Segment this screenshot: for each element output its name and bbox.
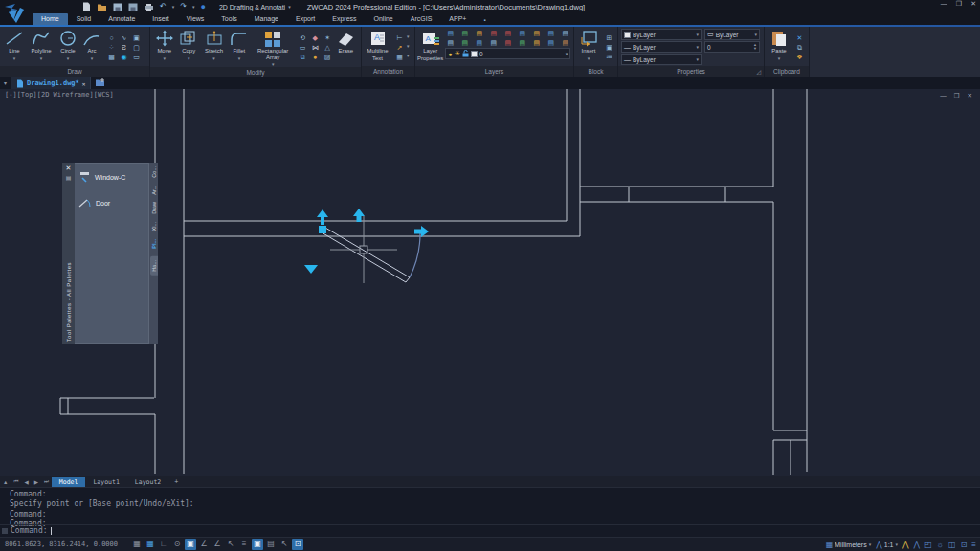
wipeout-icon[interactable]: ▢ xyxy=(131,43,142,52)
layer-tool-icon[interactable]: ▤ xyxy=(445,29,456,37)
arc-caret-icon[interactable]: ▾ xyxy=(91,55,94,61)
undo-icon[interactable]: ↶ xyxy=(160,0,167,13)
plot-icon[interactable] xyxy=(144,3,154,11)
redo-caret-icon[interactable]: ▾ xyxy=(192,4,195,10)
scale-icon[interactable]: △ xyxy=(323,43,333,52)
layer-unlock-icon[interactable] xyxy=(462,50,469,57)
quick-properties-toggle[interactable]: ▤ xyxy=(265,539,277,550)
donut-icon[interactable]: ◉ xyxy=(119,53,129,61)
isolate-objects-icon[interactable]: ◫ xyxy=(948,540,956,549)
layer-tool-icon[interactable]: ▤ xyxy=(517,29,527,37)
window-close-icon[interactable]: ✕ xyxy=(970,0,976,8)
revcloud-icon[interactable]: Ƨ xyxy=(119,43,129,52)
tab-tools[interactable]: Tools xyxy=(212,13,245,25)
base-grip[interactable] xyxy=(319,226,326,233)
plotstyle-dropdown[interactable]: ▭ ByLayer ▾ xyxy=(704,29,760,40)
save-as-icon[interactable] xyxy=(128,3,138,11)
annotation-autoscale-icon[interactable]: ⋀ xyxy=(914,540,921,549)
layer-tool-icon[interactable]: ▤ xyxy=(517,38,527,47)
workspace-switcher[interactable]: 2D Drafting & Annotati ▾ xyxy=(215,4,295,11)
command-input-row[interactable]: Command: xyxy=(0,524,980,536)
palette-tab-co[interactable]: Co... xyxy=(151,166,157,178)
object-color-dropdown[interactable]: ByLayer ▾ xyxy=(621,29,702,40)
tab-export[interactable]: Export xyxy=(287,13,323,25)
point-icon[interactable]: ⁘ xyxy=(106,43,117,52)
explode-icon[interactable]: ✶ xyxy=(323,33,333,42)
workspace-icon[interactable]: ◰ xyxy=(924,540,932,549)
next-tab-icon[interactable]: ▶ xyxy=(32,479,41,485)
cut-icon[interactable]: ✕ xyxy=(794,33,805,42)
tab-manage[interactable]: Manage xyxy=(246,13,287,25)
layer-dropdown-caret-icon[interactable]: ▾ xyxy=(566,51,568,56)
leader-icon[interactable]: ↗ xyxy=(394,43,405,52)
layer-tool-icon[interactable]: ▤ xyxy=(445,38,456,47)
rotate-icon[interactable]: ⟲ xyxy=(298,33,308,42)
tab-insert[interactable]: Insert xyxy=(144,13,178,25)
dynamic-input-toggle[interactable]: ▣ xyxy=(252,539,263,550)
drawing-canvas[interactable]: [-][Top][2D Wireframe][WCS] — ❐ ✕ xyxy=(0,89,980,476)
region-icon[interactable]: ▣ xyxy=(131,33,142,42)
dimension-caret-icon[interactable]: ▾ xyxy=(407,33,412,42)
layout-tab-layout2[interactable]: Layout2 xyxy=(127,477,168,487)
tab-arcgis[interactable]: ArcGIS xyxy=(402,13,441,25)
match-properties-icon[interactable]: ❖ xyxy=(794,53,805,61)
paste-button[interactable]: Paste ▾ xyxy=(767,28,791,66)
viewport-restore-icon[interactable]: ❐ xyxy=(954,92,960,99)
status-menu-icon[interactable]: ≡ xyxy=(971,540,976,549)
flip-right-grip-arrow[interactable] xyxy=(414,226,429,237)
layer-tool-icon[interactable]: ▤ xyxy=(474,29,484,37)
grid-display-toggle[interactable]: ▦ xyxy=(145,539,156,550)
polyline-button[interactable]: Polyline ▾ xyxy=(27,28,56,66)
doc-tab-menu-icon[interactable]: ▾ xyxy=(0,79,11,86)
palette-tab-draw[interactable]: Draw xyxy=(151,202,157,214)
move-caret-icon[interactable]: ▾ xyxy=(163,55,166,61)
flip-up-grip-arrow[interactable] xyxy=(317,209,328,225)
prev-tab-icon[interactable]: ◀ xyxy=(21,479,31,485)
offset-icon[interactable]: ▭ xyxy=(298,43,308,52)
door-swing-arc[interactable] xyxy=(410,232,420,277)
multiline-text-button[interactable]: A Multiline Text xyxy=(364,28,391,66)
palette-tab-ha[interactable]: Ha... xyxy=(150,256,158,276)
tab-express[interactable]: Express xyxy=(323,13,365,25)
layer-freeze-sun-icon[interactable]: ☀ xyxy=(455,50,460,57)
add-layout-icon[interactable]: + xyxy=(168,478,184,485)
palette-tab-ar[interactable]: Ar... xyxy=(151,186,157,195)
circle-button[interactable]: Circle ▾ xyxy=(56,28,80,66)
align-up-grip-arrow[interactable] xyxy=(353,209,365,222)
trim-icon[interactable]: ⧉ xyxy=(298,53,308,61)
move-button[interactable]: Move ▾ xyxy=(152,28,176,67)
fullscreen-icon[interactable]: ⊡ xyxy=(961,540,968,549)
copy-button[interactable]: Copy ▾ xyxy=(176,28,200,67)
doc-tab-close-icon[interactable]: ✕ xyxy=(82,80,86,87)
command-expand-icon[interactable]: ▲ xyxy=(0,479,11,485)
palette-item-window-c[interactable]: Window-C xyxy=(78,171,145,184)
settings-gear-icon[interactable]: ☼ xyxy=(937,540,944,549)
palette-properties-icon[interactable]: ▤ xyxy=(66,175,72,182)
wall-lines[interactable] xyxy=(60,89,807,475)
fillet-button[interactable]: Fillet ▾ xyxy=(227,28,251,67)
cycle-select-toggle[interactable]: ↖ xyxy=(278,539,290,550)
new-file-icon[interactable] xyxy=(82,2,91,11)
spline-icon[interactable]: ∿ xyxy=(119,33,129,42)
layout-tab-layout1[interactable]: Layout1 xyxy=(85,477,126,487)
layer-tool-icon[interactable]: ▤ xyxy=(560,38,570,47)
thickness-input[interactable]: 0 ▲▼ xyxy=(704,41,760,53)
tab-annotate[interactable]: Annotate xyxy=(100,13,144,25)
window-minimize-icon[interactable]: — xyxy=(941,0,947,8)
polyline-caret-icon[interactable]: ▾ xyxy=(40,55,43,61)
viewport-minimize-icon[interactable]: — xyxy=(940,92,947,99)
copy-caret-icon[interactable]: ▾ xyxy=(188,55,190,61)
layer-tool-icon[interactable]: ▤ xyxy=(546,38,556,47)
annotation-scale-dropdown[interactable]: ⋀ 1:1 ▾ xyxy=(876,540,898,549)
flip-down-grip-triangle[interactable] xyxy=(304,265,318,274)
layer-tool-icon[interactable]: ▤ xyxy=(502,29,513,37)
erase-button[interactable]: Erase xyxy=(333,28,359,67)
save-icon[interactable] xyxy=(113,3,122,11)
first-tab-icon[interactable]: ⏮ xyxy=(11,478,21,485)
polar-tracking-toggle[interactable]: ⊙ xyxy=(171,539,183,550)
hatch-icon[interactable]: ▩ xyxy=(106,53,117,61)
dynamic-ucs-toggle[interactable]: ↖ xyxy=(225,539,236,550)
insert-caret-icon[interactable]: ▾ xyxy=(588,55,590,61)
tab-online[interactable]: Online xyxy=(366,13,402,25)
isometric-draft-toggle[interactable]: ∠ xyxy=(198,539,210,550)
